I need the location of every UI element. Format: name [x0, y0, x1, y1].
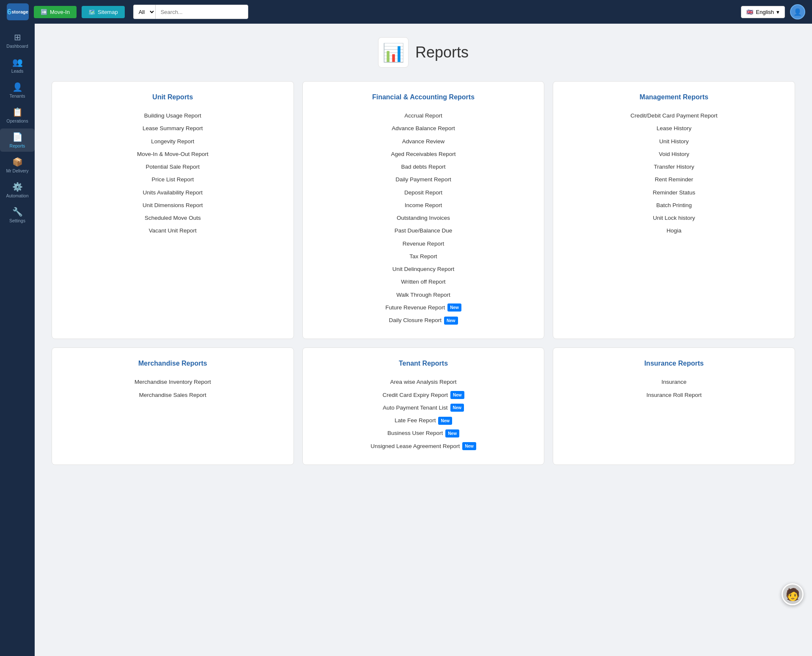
sidebar-item-settings[interactable]: 🔧 Settings [0, 203, 35, 227]
flag-icon: 🇬🇧 [746, 9, 753, 15]
search-input[interactable] [155, 5, 248, 19]
report-link[interactable]: Lease Summary Report [143, 122, 203, 135]
report-link[interactable]: Lease History [656, 122, 691, 135]
report-link-label: Unsigned Lease Agreement Report [370, 442, 460, 451]
report-link[interactable]: Insurance Roll Report [646, 389, 702, 402]
report-link[interactable]: Aged Receivables Report [391, 148, 455, 161]
report-link[interactable]: Business User ReportNew [387, 427, 459, 440]
report-link[interactable]: Auto Payment Tenant ListNew [383, 402, 464, 414]
report-link[interactable]: Past Due/Balance Due [395, 224, 453, 237]
report-link-label: Price List Report [151, 175, 194, 184]
report-link-label: Units Availability Report [143, 189, 203, 197]
report-link[interactable]: Daily Payment Report [395, 173, 451, 186]
page-title: Reports [415, 44, 469, 61]
report-link-label: Vacant Unit Report [149, 227, 197, 235]
report-link[interactable]: Vacant Unit Report [149, 224, 197, 237]
movein-button[interactable]: ➡️ Move-In [34, 6, 77, 18]
report-link[interactable]: Area wise Analysis Report [390, 376, 457, 388]
report-link[interactable]: Unit Delinquency Report [392, 263, 454, 276]
report-grid: Unit ReportsBuilding Usage ReportLease S… [52, 81, 795, 465]
report-link[interactable]: Rent Reminder [655, 173, 693, 186]
report-link[interactable]: Move-In & Move-Out Report [137, 148, 208, 161]
report-link[interactable]: Batch Printing [656, 199, 692, 212]
sidebar-item-automation[interactable]: ⚙️ Automation [0, 178, 35, 202]
sidebar-label-dashboard: Dashboard [6, 44, 28, 49]
report-link[interactable]: Units Availability Report [143, 186, 203, 199]
report-card-management-reports: Management ReportsCredit/Debit Card Paym… [553, 81, 795, 339]
report-link[interactable]: Future Revenue ReportNew [385, 301, 461, 314]
sidebar-item-operations[interactable]: 📋 Operations [0, 104, 35, 127]
report-link-label: Advance Balance Report [392, 124, 455, 133]
sidebar-item-leads[interactable]: 👥 Leads [0, 54, 35, 77]
report-link[interactable]: Accrual Report [404, 109, 442, 122]
report-link[interactable]: Merchandise Sales Report [139, 389, 206, 402]
report-card-title-management-reports: Management Reports [639, 93, 708, 101]
report-link[interactable]: Hogia [667, 224, 681, 237]
report-link[interactable]: Deposit Report [404, 186, 442, 199]
report-link-label: Merchandise Inventory Report [134, 378, 211, 386]
report-link[interactable]: Income Report [405, 199, 442, 212]
report-link[interactable]: Revenue Report [403, 238, 444, 250]
language-button[interactable]: 🇬🇧 English ▾ [741, 6, 785, 18]
user-avatar-button[interactable]: 👤 [790, 4, 805, 19]
new-badge: New [447, 303, 461, 312]
report-link[interactable]: Transfer History [654, 161, 694, 173]
report-link[interactable]: Unsigned Lease Agreement ReportNew [370, 440, 476, 453]
report-link[interactable]: Walk Through Report [396, 289, 450, 301]
report-link[interactable]: Tax Report [409, 250, 437, 263]
page-icon: 📊 [378, 37, 409, 68]
report-link[interactable]: Merchandise Inventory Report [134, 376, 211, 388]
new-badge: New [444, 317, 458, 325]
report-link[interactable]: Unit History [659, 135, 689, 148]
report-card-tenant-reports: Tenant ReportsArea wise Analysis ReportC… [302, 347, 545, 465]
report-link-label: Future Revenue Report [385, 303, 445, 312]
report-link[interactable]: Credit/Debit Card Payment Report [631, 109, 718, 122]
sidebar-label-reports: Reports [10, 143, 25, 148]
report-link[interactable]: Void History [659, 148, 689, 161]
report-card-unit-reports: Unit ReportsBuilding Usage ReportLease S… [52, 81, 294, 339]
sitemap-button[interactable]: 🗺️ Sitemap [82, 6, 125, 18]
report-link[interactable]: Insurance [661, 376, 686, 388]
report-link-label: Unit Delinquency Report [392, 265, 454, 273]
report-link[interactable]: Building Usage Report [144, 109, 201, 122]
report-link-label: Merchandise Sales Report [139, 391, 206, 399]
report-link[interactable]: Bad debts Report [401, 161, 445, 173]
report-link[interactable]: Written off Report [401, 276, 445, 288]
report-link[interactable]: Advance Review [402, 135, 445, 148]
report-link-label: Daily Closure Report [389, 316, 442, 325]
chevron-down-icon: ▾ [776, 9, 779, 15]
main-content: 📊 Reports Unit ReportsBuilding Usage Rep… [35, 24, 812, 656]
sidebar-item-dashboard[interactable]: ⊞ Dashboard [0, 29, 35, 52]
report-card-title-financial-accounting-reports: Financial & Accounting Reports [372, 93, 475, 101]
new-badge: New [445, 429, 459, 437]
report-link[interactable]: Late Fee ReportNew [395, 414, 452, 427]
report-link[interactable]: Longevity Report [151, 135, 194, 148]
sidebar-item-tenants[interactable]: 👤 Tenants [0, 79, 35, 102]
report-link[interactable]: Potential Sale Report [146, 161, 200, 173]
report-link-label: Outstanding Invoices [397, 214, 450, 222]
new-badge: New [450, 391, 464, 399]
movein-icon: ➡️ [41, 9, 47, 15]
report-card-title-insurance-reports: Insurance Reports [644, 360, 703, 367]
report-link-label: Deposit Report [404, 189, 442, 197]
report-link[interactable]: Unit Dimensions Report [143, 199, 203, 212]
report-link[interactable]: Reminder Status [653, 186, 695, 199]
report-link[interactable]: Outstanding Invoices [397, 212, 450, 224]
report-link[interactable]: Advance Balance Report [392, 122, 455, 135]
report-link-label: Income Report [405, 201, 442, 210]
report-link[interactable]: Price List Report [151, 173, 194, 186]
new-badge: New [438, 417, 452, 425]
report-link[interactable]: Daily Closure ReportNew [389, 314, 458, 327]
report-link-label: Lease History [656, 124, 691, 133]
report-link[interactable]: Credit Card Expiry ReportNew [382, 389, 464, 402]
report-link-label: Written off Report [401, 278, 445, 286]
logo[interactable]: 6storage [7, 3, 29, 20]
report-link-label: Longevity Report [151, 137, 194, 146]
search-scope-select[interactable]: All [133, 5, 155, 19]
sidebar-item-mr-delivery[interactable]: 📦 Mr Delivery [0, 153, 35, 177]
topnav: 6storage ➡️ Move-In 🗺️ Sitemap All 🇬🇧 En… [0, 0, 812, 24]
report-link[interactable]: Unit Lock history [653, 212, 695, 224]
floating-avatar[interactable]: 🧑 [782, 583, 804, 605]
report-link[interactable]: Scheduled Move Outs [145, 212, 201, 224]
sidebar-item-reports[interactable]: 📄 Reports [0, 128, 35, 152]
